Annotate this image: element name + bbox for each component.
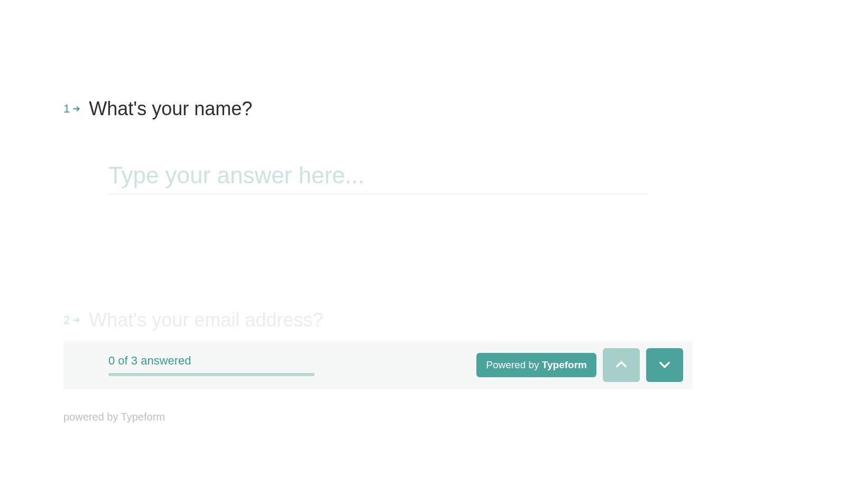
progress-text: 0 of 3 answered [108, 354, 315, 368]
chevron-up-icon [614, 357, 629, 374]
powered-brand: Typeform [542, 359, 587, 370]
powered-by-badge[interactable]: Powered by Typeform [476, 353, 596, 377]
nav-down-button[interactable] [646, 348, 683, 382]
question-row: 2 What's your email address? [63, 309, 693, 331]
question-block-2: 2 What's your email address? [63, 309, 693, 331]
progress-bar [108, 373, 315, 376]
question-number: 2 [63, 313, 70, 327]
nav-up-button[interactable] [603, 348, 640, 382]
progress-section: 0 of 3 answered [108, 354, 315, 376]
question-text: What's your name? [89, 98, 252, 120]
question-row: 1 What's your name? [63, 98, 693, 120]
powered-prefix: Powered by [486, 359, 542, 370]
question-block-1: 1 What's your name? [63, 98, 693, 194]
chevron-down-icon [657, 357, 672, 374]
question-number: 1 [63, 102, 70, 116]
arrow-right-icon [72, 104, 81, 114]
bottom-credit: powered by Typeform [63, 411, 165, 423]
footer-right: Powered by Typeform [476, 348, 683, 382]
answer-input-wrapper [108, 157, 648, 194]
answer-input[interactable] [108, 157, 648, 194]
form-container: 1 What's your name? 2 What's your email [63, 0, 693, 390]
arrow-right-icon [72, 315, 81, 325]
question-text: What's your email address? [89, 309, 323, 331]
footer-bar: 0 of 3 answered Powered by Typeform [63, 341, 693, 389]
